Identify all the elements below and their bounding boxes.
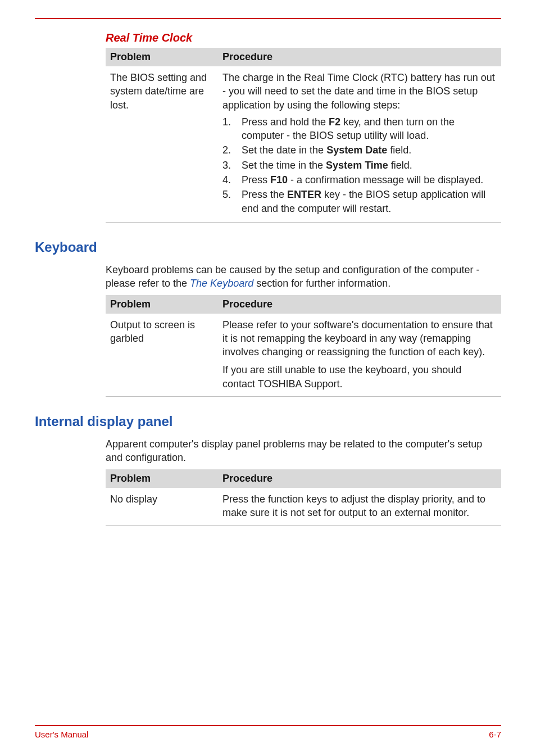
table-display: Problem Procedure No display Press the f… [106, 469, 501, 526]
page-footer: User's Manual 6-7 [35, 725, 501, 739]
display-intro: Apparent computer's display panel proble… [106, 437, 501, 465]
step-number: 1. [222, 115, 242, 143]
heading-keyboard: Keyboard [35, 239, 501, 255]
step-number: 5. [222, 188, 242, 215]
table-row: Output to screen is garbled Please refer… [106, 314, 501, 397]
step-text: Press F10 - a confirmation message will … [242, 173, 497, 187]
top-rule [35, 18, 501, 19]
table-rtc: Problem Procedure The BIOS setting and s… [106, 48, 501, 223]
table-keyboard: Problem Procedure Output to screen is ga… [106, 295, 501, 397]
footer-right: 6-7 [489, 730, 501, 739]
procedure-p2: If you are still unable to use the keybo… [222, 363, 497, 391]
step-text: Set the time in the System Time field. [242, 159, 497, 172]
th-procedure: Procedure [218, 48, 501, 66]
step-number: 2. [222, 143, 242, 157]
th-procedure: Procedure [218, 295, 501, 314]
cell-procedure: Press the function keys to adjust the di… [218, 488, 501, 526]
procedure-intro: The charge in the Real Time Clock (RTC) … [222, 71, 497, 112]
table-row: No display Press the function keys to ad… [106, 488, 501, 526]
cell-procedure: The charge in the Real Time Clock (RTC) … [218, 66, 501, 222]
cell-problem: Output to screen is garbled [106, 314, 218, 397]
th-problem: Problem [106, 295, 218, 314]
cell-problem: The BIOS setting and system date/time ar… [106, 66, 218, 222]
step-text: Press and hold the F2 key, and then turn… [242, 115, 497, 143]
th-problem: Problem [106, 48, 218, 66]
heading-rtc: Real Time Clock [106, 31, 501, 44]
list-item: 5. Press the ENTER key - the BIOS setup … [222, 188, 497, 215]
page-content: Real Time Clock Problem Procedure The BI… [35, 31, 501, 526]
heading-display: Internal display panel [35, 414, 501, 429]
table-row: The BIOS setting and system date/time ar… [106, 66, 501, 222]
list-item: 2. Set the date in the System Date field… [222, 143, 497, 157]
list-item: 4. Press F10 - a confirmation message wi… [222, 173, 497, 187]
keyboard-intro: Keyboard problems can be caused by the s… [106, 263, 501, 291]
step-text: Press the ENTER key - the BIOS setup app… [242, 188, 497, 215]
procedure-p1: Please refer to your software's document… [222, 318, 497, 359]
step-number: 3. [222, 159, 242, 172]
cell-procedure: Please refer to your software's document… [218, 314, 501, 397]
th-problem: Problem [106, 469, 218, 488]
cell-problem: No display [106, 488, 218, 526]
list-item: 3. Set the time in the System Time field… [222, 159, 497, 172]
th-procedure: Procedure [218, 469, 501, 488]
step-number: 4. [222, 173, 242, 187]
footer-left: User's Manual [35, 730, 88, 739]
link-the-keyboard[interactable]: The Keyboard [190, 278, 253, 289]
step-text: Set the date in the System Date field. [242, 143, 497, 157]
steps-list: 1. Press and hold the F2 key, and then t… [222, 115, 497, 215]
list-item: 1. Press and hold the F2 key, and then t… [222, 115, 497, 143]
